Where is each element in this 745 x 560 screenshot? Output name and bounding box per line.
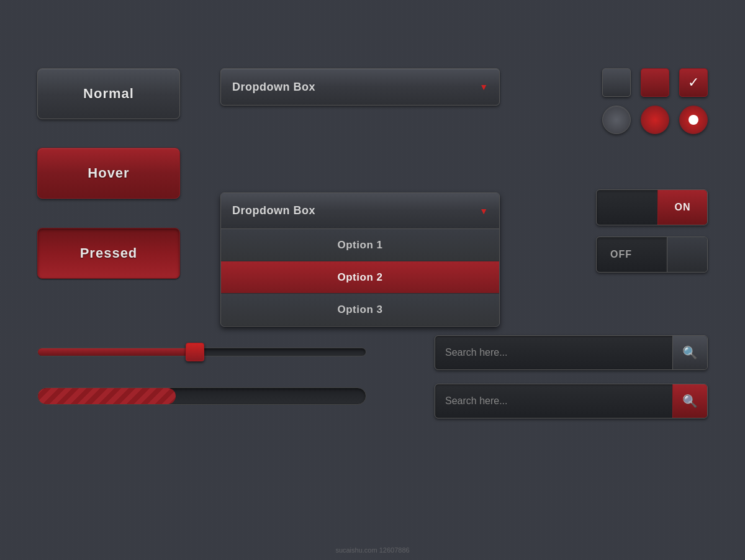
- sliders-area: [37, 348, 366, 405]
- normal-button[interactable]: Normal: [37, 68, 180, 119]
- search-button-2[interactable]: 🔍: [672, 384, 707, 418]
- dropdown-option-3[interactable]: Option 3: [221, 294, 499, 326]
- toggle-off[interactable]: OFF: [596, 237, 708, 273]
- checkbox-row: ✓: [602, 68, 708, 97]
- checkbox-unchecked[interactable]: [602, 68, 631, 97]
- dropdown-open-label: Dropdown Box: [232, 204, 315, 217]
- radio-red[interactable]: [641, 106, 669, 134]
- dropdown-area: Dropdown Box ▼ Dropdown Box ▼ Option 1 O…: [220, 68, 500, 327]
- dropdown-option-1[interactable]: Option 1: [221, 229, 499, 261]
- slider-track[interactable]: [37, 348, 366, 356]
- search-input-2[interactable]: Search here...: [435, 395, 672, 407]
- toggles-area: ON OFF: [596, 189, 708, 273]
- dropdown-open: Dropdown Box ▼ Option 1 Option 2 Option …: [220, 192, 500, 327]
- toggle-on-label: ON: [675, 202, 691, 213]
- search-button-1[interactable]: 🔍: [672, 336, 707, 369]
- hover-button-label: Hover: [88, 165, 129, 181]
- dropdown-option-2[interactable]: Option 2: [221, 261, 499, 294]
- dropdown-header[interactable]: Dropdown Box ▼: [221, 193, 499, 229]
- checks-area: ✓: [602, 68, 708, 143]
- radio-unchecked[interactable]: [602, 106, 631, 134]
- progress-track: [37, 387, 366, 405]
- search-box-1: Search here... 🔍: [435, 335, 708, 370]
- dropdown-arrow-icon: ▼: [479, 82, 488, 92]
- search-icon-2: 🔍: [682, 394, 698, 409]
- hover-button[interactable]: Hover: [37, 148, 180, 199]
- pressed-button-label: Pressed: [80, 245, 138, 261]
- radio-selected[interactable]: [679, 106, 708, 134]
- progress-fill: [38, 388, 176, 404]
- search-box-2: Search here... 🔍: [435, 384, 708, 418]
- pressed-button[interactable]: Pressed: [37, 228, 180, 279]
- search-icon-1: 🔍: [682, 345, 698, 360]
- normal-button-label: Normal: [83, 86, 134, 102]
- checkbox-checked[interactable]: ✓: [679, 68, 708, 97]
- checkbox-red[interactable]: [641, 68, 669, 97]
- dropdown-open-arrow-icon: ▼: [479, 206, 488, 216]
- dropdown-closed-label: Dropdown Box: [232, 81, 315, 94]
- toggle-off-thumb: [667, 237, 707, 272]
- search-input-1[interactable]: Search here...: [435, 347, 672, 358]
- radio-row: [602, 106, 708, 134]
- slider-thumb[interactable]: [186, 343, 204, 361]
- watermark: sucaishu.com 12607886: [335, 546, 409, 554]
- toggle-on[interactable]: ON: [596, 189, 708, 225]
- search-area: Search here... 🔍 Search here... 🔍: [435, 335, 708, 432]
- toggle-on-thumb: ON: [657, 190, 707, 225]
- slider-fill: [38, 348, 202, 356]
- dropdown-closed[interactable]: Dropdown Box ▼: [220, 68, 500, 106]
- toggle-off-label: OFF: [610, 249, 632, 260]
